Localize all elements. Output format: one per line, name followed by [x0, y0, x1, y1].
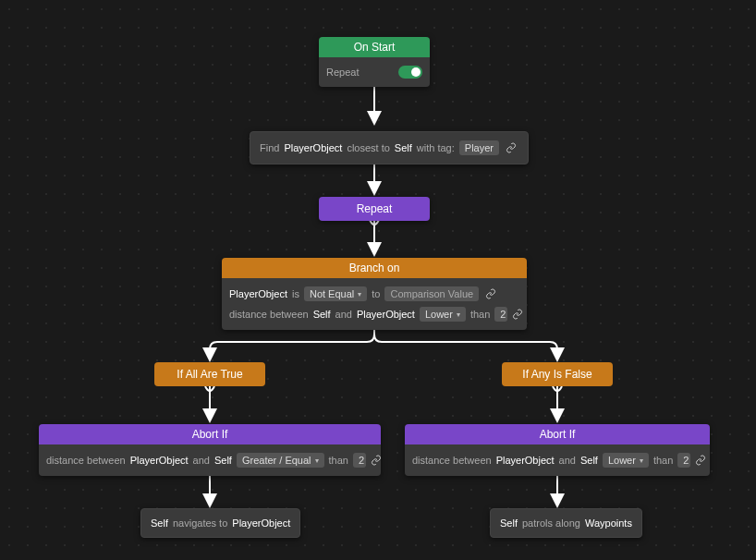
player-entity: PlayerObject: [496, 455, 555, 466]
than-label: than: [329, 455, 348, 466]
self-entity: Self: [580, 455, 598, 466]
link-icon[interactable]: [695, 453, 706, 468]
nav-label: navigates to: [173, 517, 227, 529]
branch-node[interactable]: Branch on PlayerObject is Not Equal to C…: [222, 258, 527, 330]
op-dropdown[interactable]: Lower: [420, 307, 466, 322]
target-entity: PlayerObject: [232, 517, 290, 529]
tag-input[interactable]: Player: [459, 140, 499, 155]
abort-right-node[interactable]: Abort If distance between PlayerObject a…: [405, 424, 710, 476]
player-entity: PlayerObject: [357, 309, 415, 320]
value-input[interactable]: 2: [353, 453, 366, 468]
abort-right-header: Abort If: [405, 424, 710, 444]
find-label: Find: [260, 142, 279, 153]
self-entity: Self: [500, 517, 518, 529]
patrol-label: patrols along: [522, 517, 580, 529]
self-entity: Self: [151, 517, 168, 529]
value-input[interactable]: 2: [677, 453, 690, 468]
and-label: and: [559, 455, 576, 466]
repeat-header: Repeat: [319, 197, 430, 221]
nav-left-node[interactable]: Self navigates to PlayerObject: [140, 508, 300, 538]
find-entity: PlayerObject: [284, 142, 342, 153]
link-icon[interactable]: [371, 453, 381, 468]
comparison-input[interactable]: Comparison Value: [384, 286, 479, 301]
repeat-node[interactable]: Repeat: [319, 197, 430, 221]
abort-left-node[interactable]: Abort If distance between PlayerObject a…: [39, 424, 381, 476]
branch-entity: PlayerObject: [229, 288, 287, 299]
self-entity: Self: [313, 309, 331, 320]
branch-header: Branch on: [222, 258, 527, 278]
to-label: to: [372, 288, 380, 299]
link-icon[interactable]: [504, 140, 518, 155]
op-dropdown[interactable]: Lower: [603, 453, 649, 468]
if-true-pill[interactable]: If All Are True: [154, 362, 265, 386]
if-false-pill[interactable]: If Any Is False: [502, 362, 613, 386]
distance-label: distance between: [412, 455, 492, 466]
value-input[interactable]: 2: [494, 307, 507, 322]
link-icon[interactable]: [483, 286, 498, 301]
player-entity: PlayerObject: [130, 455, 189, 466]
op-dropdown[interactable]: Greater / Equal: [237, 453, 324, 468]
than-label: than: [470, 309, 490, 320]
link-icon[interactable]: [512, 307, 523, 322]
distance-label: distance between: [229, 309, 309, 320]
find-node[interactable]: Find PlayerObject closest to Self with t…: [250, 131, 529, 164]
distance-label: distance between: [46, 455, 126, 466]
abort-left-header: Abort If: [39, 424, 381, 444]
repeat-toggle[interactable]: [398, 66, 422, 79]
closest-label: closest to: [347, 142, 389, 153]
op-dropdown[interactable]: Not Equal: [304, 286, 367, 301]
with-tag-label: with tag:: [417, 142, 455, 153]
and-label: and: [335, 309, 352, 320]
self-entity: Self: [395, 142, 412, 153]
repeat-label: Repeat: [326, 67, 359, 78]
and-label: and: [193, 455, 210, 466]
is-label: is: [292, 288, 299, 299]
nav-right-node[interactable]: Self patrols along Waypoints: [490, 508, 642, 538]
than-label: than: [653, 455, 673, 466]
target-entity: Waypoints: [585, 517, 632, 529]
on-start-header: On Start: [319, 37, 430, 57]
self-entity: Self: [214, 455, 232, 466]
on-start-node[interactable]: On Start Repeat: [319, 37, 430, 87]
